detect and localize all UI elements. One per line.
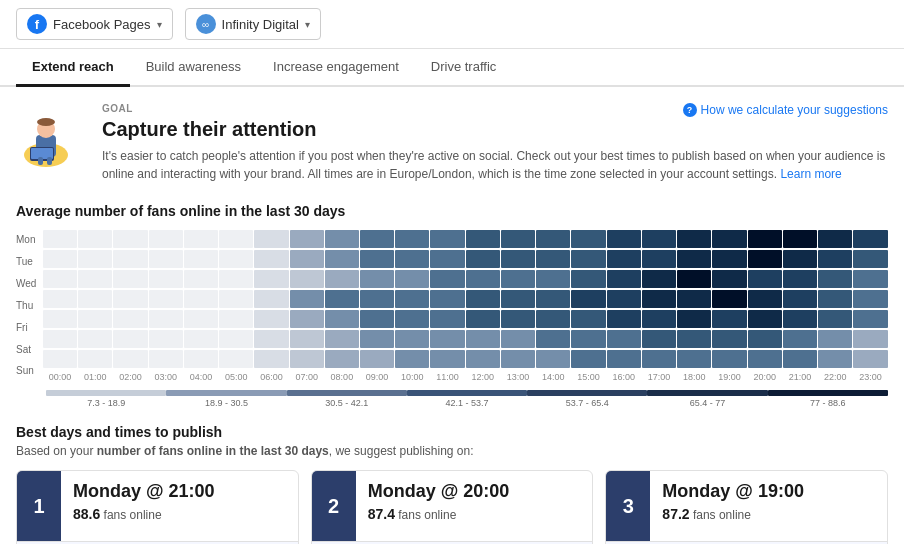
hour-label: 03:00	[148, 372, 183, 382]
card-info: Monday @ 19:00 87.2 fans online	[650, 471, 887, 541]
legend-label: 7.3 - 18.9	[46, 398, 166, 408]
heatmap-cell	[712, 290, 746, 308]
heatmap-cell	[607, 270, 641, 288]
legend: 7.3 - 18.918.9 - 30.530.5 - 42.142.1 - 5…	[16, 390, 888, 408]
time-cards: 1 Monday @ 21:00 88.6 fans online 📅 Sche…	[16, 470, 888, 544]
svg-point-5	[37, 118, 55, 126]
hour-label: 06:00	[254, 372, 289, 382]
tab-drive-traffic[interactable]: Drive traffic	[415, 49, 513, 87]
tab-navigation: Extend reach Build awareness Increase en…	[0, 49, 904, 87]
heatmap-cell	[571, 230, 605, 248]
how-we-calculate-link[interactable]: ? How we calculate your suggestions	[683, 103, 888, 117]
heatmap-cell	[149, 270, 183, 288]
hour-label: 18:00	[677, 372, 712, 382]
legend-color	[407, 390, 527, 396]
heatmap-cell	[677, 290, 711, 308]
heatmap-cell	[818, 250, 852, 268]
heatmap-section: Average number of fans online in the las…	[16, 203, 888, 408]
heatmap-cell	[395, 230, 429, 248]
card-rank: 1	[17, 471, 61, 541]
heatmap-cell	[748, 350, 782, 368]
heatmap-cell	[466, 270, 500, 288]
legend-color	[166, 390, 286, 396]
heatmap-row-Thu	[42, 289, 888, 308]
legend-color	[647, 390, 767, 396]
learn-more-link[interactable]: Learn more	[780, 167, 841, 181]
tab-increase-engagement[interactable]: Increase engagement	[257, 49, 415, 87]
heatmap-cell	[466, 310, 500, 328]
heatmap-cell	[783, 330, 817, 348]
tab-build-awareness[interactable]: Build awareness	[130, 49, 257, 87]
heatmap-cell	[536, 230, 570, 248]
heatmap-cell	[748, 250, 782, 268]
heatmap-cell	[748, 230, 782, 248]
heatmap-cell	[501, 350, 535, 368]
heatmap-cell	[536, 330, 570, 348]
heatmap-cell	[536, 350, 570, 368]
heatmap-cell	[43, 230, 77, 248]
day-label-wed: Wed	[16, 275, 36, 293]
hour-label: 16:00	[606, 372, 641, 382]
heatmap-cell	[219, 350, 253, 368]
heatmap-cell	[853, 330, 887, 348]
heatmap-cell	[466, 350, 500, 368]
heatmap-cell	[818, 330, 852, 348]
heatmap-cell	[571, 310, 605, 328]
heatmap-cell	[360, 270, 394, 288]
best-times-section: Best days and times to publish Based on …	[16, 424, 888, 544]
goal-illustration	[16, 103, 86, 173]
heatmap-cell	[184, 310, 218, 328]
day-label-sat: Sat	[16, 340, 36, 358]
platform1-label: Facebook Pages	[53, 17, 151, 32]
legend-segment: 30.5 - 42.1	[287, 390, 407, 408]
heatmap-cell	[571, 350, 605, 368]
day-label-thu: Thu	[16, 296, 36, 314]
heatmap-cell	[290, 230, 324, 248]
heatmap-cell	[853, 290, 887, 308]
heatmap-cell	[113, 290, 147, 308]
heatmap-cell	[748, 310, 782, 328]
hour-label: 22:00	[818, 372, 853, 382]
card-fans: 87.2 fans online	[662, 506, 875, 522]
hour-label: 00:00	[42, 372, 77, 382]
legend-label: 42.1 - 53.7	[407, 398, 527, 408]
heatmap-cell	[501, 310, 535, 328]
heatmap-cell	[78, 290, 112, 308]
card-top: 3 Monday @ 19:00 87.2 fans online	[606, 471, 887, 541]
heatmap-cell	[607, 230, 641, 248]
hour-label: 09:00	[360, 372, 395, 382]
heatmap-cell	[184, 250, 218, 268]
heatmap-cell	[290, 270, 324, 288]
legend-label: 18.9 - 30.5	[166, 398, 286, 408]
legend-label: 30.5 - 42.1	[287, 398, 407, 408]
heatmap-cell	[536, 270, 570, 288]
heatmap-cell	[325, 270, 359, 288]
heatmap-cell	[536, 250, 570, 268]
heatmap-cell	[430, 250, 464, 268]
legend-color	[527, 390, 647, 396]
hour-label: 15:00	[571, 372, 606, 382]
heatmap-cell	[712, 230, 746, 248]
heatmap-cell	[325, 350, 359, 368]
goal-description: It's easier to catch people's attention …	[102, 147, 888, 183]
card-top: 1 Monday @ 21:00 88.6 fans online	[17, 471, 298, 541]
heatmap-cell	[325, 310, 359, 328]
infinity-digital-dropdown[interactable]: ∞ Infinity Digital ▾	[185, 8, 321, 40]
heatmap-cell	[78, 270, 112, 288]
legend-segment: 53.7 - 65.4	[527, 390, 647, 408]
facebook-pages-dropdown[interactable]: f Facebook Pages ▾	[16, 8, 173, 40]
legend-label: 77 - 88.6	[768, 398, 888, 408]
legend-color	[46, 390, 166, 396]
heatmap-cell	[113, 230, 147, 248]
heatmap-title: Average number of fans online in the las…	[16, 203, 888, 219]
heatmap-cell	[712, 250, 746, 268]
heatmap-cell	[254, 330, 288, 348]
heatmap-cell	[712, 270, 746, 288]
day-label-tue: Tue	[16, 253, 36, 271]
tab-extend-reach[interactable]: Extend reach	[16, 49, 130, 87]
goal-title: Capture their attention	[102, 118, 888, 141]
heatmap-cell	[219, 330, 253, 348]
heatmap-cell	[677, 350, 711, 368]
heatmap-cell	[43, 290, 77, 308]
heatmap-cell	[43, 270, 77, 288]
